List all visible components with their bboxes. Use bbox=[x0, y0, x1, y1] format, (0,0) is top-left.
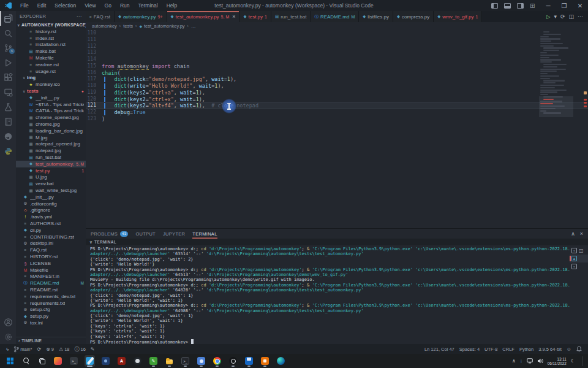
explorer-file-item[interactable]: ▤venv.bat bbox=[16, 180, 86, 187]
remote-explorer-icon[interactable] bbox=[0, 85, 16, 99]
terminal-output[interactable]: PS D:\Projects\Programming\automonkey> d… bbox=[86, 245, 570, 344]
explorer-file-item[interactable]: ≡installation.rst bbox=[16, 42, 86, 48]
menu-selection[interactable]: Selection bbox=[50, 2, 80, 9]
testing-icon[interactable] bbox=[0, 99, 16, 114]
python-interpreter[interactable]: 3.9.5 64-bit bbox=[536, 344, 564, 354]
account-icon[interactable] bbox=[0, 315, 16, 329]
remote-indicator[interactable]: ϟ bbox=[4, 344, 11, 354]
taskbar-search-icon[interactable] bbox=[21, 355, 31, 367]
edit-indicator[interactable]: ✎ bbox=[88, 344, 97, 354]
taskbar-acrobat-icon[interactable]: A bbox=[116, 355, 127, 367]
menu-go[interactable]: Go bbox=[100, 2, 116, 9]
toggle-secondary-sidebar-icon[interactable] bbox=[517, 3, 524, 9]
feedback[interactable]: ☺ bbox=[564, 344, 574, 354]
explorer-file-item[interactable]: ⚙.editorconfig bbox=[16, 201, 86, 207]
run-button[interactable]: ▷ bbox=[546, 14, 550, 20]
code-line[interactable]: 111 bbox=[86, 37, 588, 44]
taskbar-dark-app-icon[interactable] bbox=[228, 355, 238, 367]
explorer-file-item[interactable]: ▤make.bat bbox=[16, 48, 86, 55]
vscode-logo-icon[interactable] bbox=[5, 2, 12, 9]
notification-moon-icon[interactable]: ☾ bbox=[571, 358, 575, 364]
taskbar-task-view-icon[interactable] bbox=[37, 355, 47, 367]
timeline-section-header[interactable]: › TIMELINE bbox=[16, 337, 86, 344]
menu-terminal[interactable]: Terminal bbox=[134, 2, 162, 9]
toggle-panel-icon[interactable] bbox=[504, 3, 511, 9]
more-actions-button[interactable]: ⋯ bbox=[578, 13, 583, 20]
editor-tab[interactable]: ◆test_automonkey.py5, M× bbox=[167, 11, 240, 22]
toggle-sidebar-icon[interactable] bbox=[491, 3, 498, 9]
cursor-position[interactable]: Ln 121, Col 47 bbox=[422, 344, 457, 354]
panel-tab-jupyter[interactable]: JUPYTER bbox=[163, 229, 185, 239]
taskbar-start-icon[interactable] bbox=[5, 355, 15, 367]
language-mode[interactable]: Python bbox=[517, 344, 536, 354]
sync-changes[interactable]: ⟳ bbox=[34, 344, 43, 354]
explorer-file-item[interactable]: ≡readme.rst bbox=[16, 61, 86, 68]
explorer-file-item[interactable]: ◆test_automonkey.py5, M bbox=[16, 161, 86, 167]
explorer-actions-icon[interactable]: ⋯ bbox=[77, 13, 82, 20]
explorer-file-item[interactable]: ≡MANIFEST.in bbox=[16, 273, 86, 280]
explorer-file-item[interactable]: WCATIA - Tips and Tricks.docx bbox=[16, 108, 86, 115]
restart-button[interactable]: ⟳ bbox=[560, 13, 565, 20]
menu-edit[interactable]: Edit bbox=[33, 2, 51, 9]
explorer-file-item[interactable]: ▦wait_while_test.jpg bbox=[16, 187, 86, 194]
taskbar-video-app-icon[interactable] bbox=[100, 355, 111, 367]
explorer-file-item[interactable]: !.travis.yml bbox=[16, 213, 86, 220]
editor-tab[interactable]: ◆listfiles.py bbox=[359, 11, 393, 22]
panel-tab-output[interactable]: OUTPUT bbox=[135, 229, 156, 239]
encoding[interactable]: UTF-8 bbox=[482, 344, 500, 354]
network-icon[interactable] bbox=[527, 358, 533, 364]
close-button[interactable]: ✕ bbox=[572, 0, 588, 11]
restore-button[interactable]: ❐ bbox=[556, 0, 572, 11]
explorer-file-item[interactable]: §LICENSE bbox=[16, 260, 86, 267]
editor-tab[interactable]: ◆automonkey.py9+ bbox=[115, 11, 167, 22]
explorer-file-item[interactable]: ≡usage.rst bbox=[16, 68, 86, 75]
menu-file[interactable]: File bbox=[16, 2, 33, 9]
breadcrumb[interactable]: automonkey›tests›◆test_automonkey.py›… bbox=[86, 22, 588, 30]
code-line[interactable]: 117 dict(click="demo/notepad.jpg", wait=… bbox=[86, 76, 588, 83]
menu-view[interactable]: View bbox=[80, 2, 100, 9]
code-line[interactable]: 112 bbox=[86, 44, 588, 50]
clock[interactable]: 13:11 06/11/2022 bbox=[548, 357, 567, 366]
show-desktop-button[interactable] bbox=[582, 356, 583, 366]
notebook-icon[interactable] bbox=[0, 114, 16, 129]
explorer-file-item[interactable]: MMakefile bbox=[16, 267, 86, 274]
problems-errors[interactable]: ⊗9 bbox=[43, 344, 56, 354]
code-line[interactable]: 122 debug=True bbox=[86, 109, 588, 116]
explorer-file-item[interactable]: W~$TIA - Tips and Tricks.docx bbox=[16, 101, 86, 108]
git-branch[interactable]: main* bbox=[11, 344, 34, 354]
minimap-slider[interactable] bbox=[539, 96, 573, 117]
editor-tab[interactable]: ⓘREADME.mdM bbox=[311, 11, 359, 22]
editor-tab[interactable]: ▤run_test.bat bbox=[271, 11, 311, 22]
terminal-session-item[interactable]: > bbox=[570, 263, 588, 270]
explorer-file-item[interactable]: ≡CONTRIBUTING.rst bbox=[16, 234, 86, 240]
explorer-file-item[interactable]: ≡index.rst bbox=[16, 35, 86, 42]
github-icon[interactable] bbox=[0, 129, 16, 144]
explorer-file-item[interactable]: MMakefile bbox=[16, 55, 86, 61]
tray-chevron-icon[interactable]: ∧ bbox=[512, 358, 516, 364]
taskbar-orange-app-icon[interactable] bbox=[260, 355, 270, 367]
explorer-file-item[interactable]: ▦notepad_opened.jpg bbox=[16, 141, 86, 148]
code-line[interactable]: 110 bbox=[86, 30, 588, 37]
terminal-session-item[interactable]: ◆ bbox=[570, 255, 588, 263]
minimap[interactable] bbox=[540, 31, 572, 115]
menu-help[interactable]: Help bbox=[162, 2, 181, 9]
code-editor[interactable]: 110111112113114115from automonkey import… bbox=[86, 30, 588, 228]
explorer-file-item[interactable]: ◇.gitignore bbox=[16, 207, 86, 214]
problems-infos[interactable]: ⓘ16 bbox=[72, 344, 88, 354]
panel-tab-problems[interactable]: PROBLEMS43 bbox=[91, 229, 128, 239]
extensions-icon[interactable] bbox=[0, 70, 16, 85]
notifications[interactable] bbox=[574, 344, 584, 354]
explorer-file-item[interactable]: ▦U.jpg bbox=[16, 174, 86, 181]
taskbar-chat-app-icon[interactable] bbox=[196, 355, 206, 367]
explorer-file-item[interactable]: ≡requirements.txt bbox=[16, 300, 86, 307]
source-control-icon[interactable]: 6 bbox=[0, 40, 16, 55]
editor-tab[interactable]: ◆test.py1 bbox=[239, 11, 271, 22]
explorer-file-item[interactable]: ⚙desktop.ini bbox=[16, 240, 86, 247]
breadcrumb-item[interactable]: tests bbox=[123, 23, 133, 29]
editor-tab[interactable]: ◆wmv_to_gif.py1 bbox=[434, 11, 482, 22]
taskbar-windows-terminal-icon[interactable]: >_ bbox=[69, 355, 79, 367]
terminal-subheader[interactable]: ∨ TERMINAL bbox=[86, 239, 588, 245]
terminal-session-item[interactable]: >◫ bbox=[570, 247, 588, 255]
problems-warnings[interactable]: ⚠18 bbox=[56, 344, 72, 354]
search-icon[interactable] bbox=[0, 26, 16, 40]
